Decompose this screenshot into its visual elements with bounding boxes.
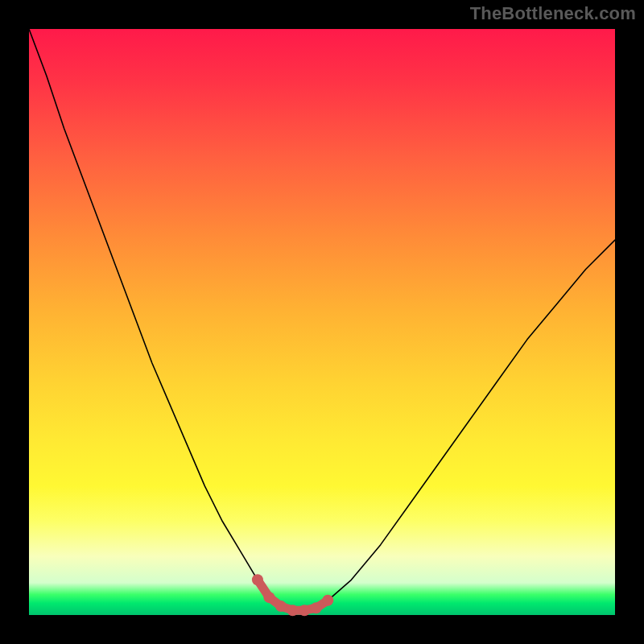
- chart-svg: [29, 29, 615, 615]
- optimal-range-dot: [322, 595, 333, 606]
- attribution-label: TheBottleneck.com: [470, 3, 636, 24]
- optimal-range-dot: [299, 605, 310, 616]
- chart-frame: TheBottleneck.com: [0, 0, 644, 644]
- bottleneck-curve: [29, 29, 615, 610]
- optimal-range-dot: [263, 592, 275, 603]
- plot-area: [29, 29, 615, 615]
- optimal-range-dot: [287, 605, 299, 616]
- optimal-range-dot: [275, 601, 287, 612]
- optimal-range-markers: [252, 574, 333, 616]
- optimal-range-dot: [311, 602, 322, 613]
- optimal-range-dot: [252, 574, 263, 585]
